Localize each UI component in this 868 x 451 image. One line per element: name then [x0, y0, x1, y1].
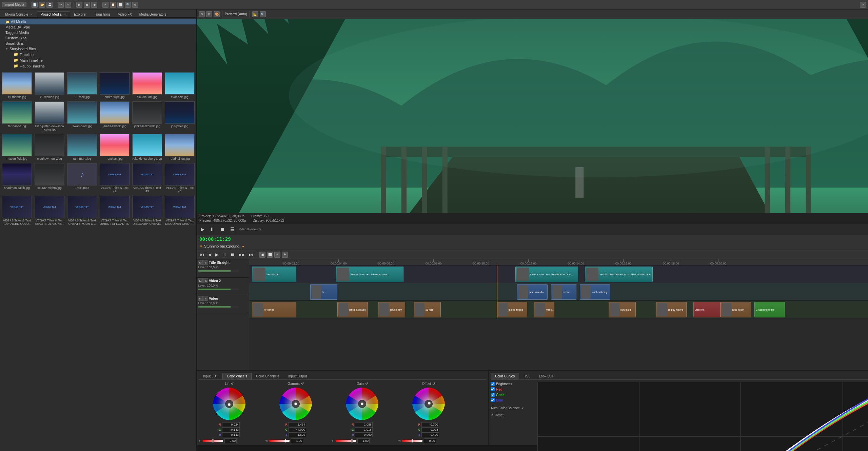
tl-stop-btn[interactable]: ⏹ — [229, 252, 236, 258]
preview-loop-btn[interactable]: ☰ — [229, 226, 236, 233]
media-item-15[interactable]: raychan.jpg — [99, 133, 130, 161]
offset-y-input[interactable] — [424, 438, 436, 443]
tl-forward-btn[interactable]: ▶▶ — [237, 252, 246, 258]
tl-back-btn[interactable]: ⏮ — [199, 252, 205, 258]
reset-row[interactable]: ↺ Reset — [491, 413, 535, 417]
media-item-7[interactable]: lilian-justen-de-vasconcelos.jpg — [34, 101, 65, 132]
gain-handle[interactable] — [361, 403, 363, 405]
media-item-25[interactable]: VEGAS T&TVEGAS Titles & Text BEAUTIFUL V… — [34, 195, 65, 226]
tab-color-wheels[interactable]: Color Wheels — [222, 373, 252, 379]
tab-color-curves[interactable]: Color Curves — [491, 373, 519, 379]
clip-v3-5[interactable]: james-zwadlo — [497, 302, 527, 317]
lift-r-input[interactable] — [222, 422, 240, 427]
tree-timeline[interactable]: 📁 Timeline — [0, 52, 196, 57]
clip-v2-3[interactable]: maso... — [551, 284, 576, 300]
gamma-reset-icon[interactable]: ↺ — [301, 382, 304, 386]
tab-media-generators[interactable]: Media Generators — [136, 11, 170, 17]
media-item-29[interactable]: VEGAS T&TVEGAS Titles & Text DISCOVER CR… — [164, 195, 195, 226]
gain-reset-icon[interactable]: ↺ — [365, 382, 368, 386]
tl-select-icon[interactable]: ⬜ — [267, 252, 273, 258]
media-item-0[interactable]: 19-friends.jpg — [1, 72, 33, 99]
clip-title-1[interactable]: VEGAS Titl... — [252, 267, 296, 282]
offset-r-input[interactable] — [421, 422, 439, 427]
help-icon[interactable]: ? — [860, 2, 866, 8]
select-icon[interactable]: ⬜ — [117, 2, 123, 8]
stop-icon[interactable]: ⏹ — [84, 2, 90, 8]
blue-check[interactable] — [491, 398, 495, 402]
track-content-area[interactable]: 00:00:02:00 00:00:04:00 00:00:06:00 00:0… — [249, 259, 868, 370]
offset-y-slider[interactable] — [402, 440, 422, 442]
gain-y-input[interactable] — [357, 438, 370, 443]
preview-stop-btn[interactable]: ⏹ — [219, 226, 226, 233]
brightness-check[interactable] — [491, 382, 495, 386]
media-item-24[interactable]: VEGAS T&TVEGAS Titles & Text ADVANCED CO… — [1, 195, 33, 226]
clip-v3-1[interactable]: fer-nando — [252, 302, 296, 317]
tab-mixing-console[interactable]: Mixing Console ✕ — [1, 11, 37, 17]
media-item-10[interactable]: janke-laskowski.jpg — [132, 101, 163, 132]
color-curve-graph[interactable] — [537, 382, 868, 451]
lift-g-input[interactable] — [222, 427, 240, 432]
undo-icon[interactable]: ↩ — [58, 2, 64, 8]
preview-play-btn[interactable]: ▶ — [199, 226, 206, 233]
clip-v3-8[interactable]: sourav-mishra — [656, 302, 687, 317]
clip-v3-7[interactable]: ram-maru — [609, 302, 636, 317]
tl-marker-icon[interactable]: ⚑ — [282, 252, 288, 258]
tab-explorer[interactable]: Explorer — [70, 11, 90, 17]
gamma-y-slider[interactable] — [269, 440, 290, 442]
zoom-icon[interactable]: 🔍 — [125, 2, 131, 8]
tree-storyboard-bins[interactable]: ▼ Storyboard Bins — [0, 46, 196, 52]
gamma-y-handle[interactable] — [285, 439, 286, 443]
clip-v3-4[interactable]: 21-rock — [414, 302, 441, 317]
track-3-mute[interactable]: M — [198, 296, 203, 301]
offset-y-handle[interactable] — [412, 439, 413, 443]
green-check[interactable] — [491, 393, 495, 397]
tree-smart-bins[interactable]: Smart Bins — [0, 41, 196, 46]
tab-look-lut[interactable]: Look LUT — [535, 373, 558, 379]
tree-main-timeline[interactable]: 📁 Main Timeline — [0, 57, 196, 63]
lift-y-input[interactable] — [224, 438, 237, 443]
tab-project-media[interactable]: Project Media ✕ — [37, 11, 70, 17]
track-1-mute[interactable]: M — [198, 260, 203, 265]
close-mixing-console[interactable]: ✕ — [31, 13, 33, 16]
copy-icon[interactable]: 📋 — [110, 2, 116, 8]
tl-end-btn[interactable]: ⏭ — [248, 252, 254, 258]
tl-play-btn[interactable]: ▶ — [214, 252, 220, 258]
media-item-14[interactable]: ram-maru.jpg — [66, 133, 98, 161]
tree-haupt-timeline[interactable]: 📁 Haupt-Timeline — [0, 63, 196, 69]
media-item-17[interactable]: ruud-luijten.jpg — [164, 133, 195, 161]
media-item-18[interactable]: shadman-sakib.jpg — [1, 162, 33, 194]
play-icon[interactable]: ▶ — [76, 2, 82, 8]
new-project-icon[interactable]: 📄 — [32, 2, 38, 8]
clip-title-2[interactable]: VEGAS Titles_Text Advanced color... — [336, 267, 403, 282]
media-item-21[interactable]: VEGAS T&TVEGAS Titles & Text 42 — [99, 162, 130, 194]
record-icon[interactable]: ⏺ — [91, 2, 97, 8]
track-2-fader[interactable] — [198, 289, 239, 290]
lift-y-handle[interactable] — [212, 439, 214, 443]
preview-color-icon[interactable]: 🎨 — [214, 11, 220, 17]
gain-g-input[interactable] — [355, 427, 373, 432]
track-2-solo[interactable]: S — [203, 278, 208, 283]
tree-all-media[interactable]: 📁 All Media — [0, 19, 196, 24]
clip-v3-6[interactable]: maso... — [534, 302, 554, 317]
media-item-5[interactable]: evor-cole.jpg — [164, 72, 195, 99]
media-item-20[interactable]: ♪Track.mp3 — [66, 162, 98, 194]
dropdown-arrow[interactable]: ▼ — [521, 407, 524, 410]
clip-v3-3[interactable]: claudia-lam — [378, 302, 405, 317]
tree-media-by-type[interactable]: Media By Type — [0, 24, 196, 30]
media-item-1[interactable]: 20-women.jpg — [34, 72, 65, 99]
media-item-19[interactable]: sourav-mishra.jpg — [34, 162, 65, 194]
red-check[interactable] — [491, 387, 495, 391]
lift-b-input[interactable] — [222, 432, 240, 437]
preview-mode-icon[interactable]: 📐 — [252, 11, 258, 17]
media-item-12[interactable]: mason-field.jpg — [1, 133, 33, 161]
track-1-solo[interactable]: S — [203, 260, 208, 265]
media-item-9[interactable]: james-zwadlo.jpg — [99, 101, 130, 132]
cut-icon[interactable]: ✂ — [102, 2, 108, 8]
clip-v2-4[interactable]: matthew-henry — [580, 284, 610, 300]
lift-reset-icon[interactable]: ↺ — [231, 382, 234, 386]
media-item-22[interactable]: VEGAS T&TVEGAS Titles & Text 43 — [132, 162, 163, 194]
tl-razor-icon[interactable]: ✂ — [274, 252, 280, 258]
track-2-mute[interactable]: M — [198, 278, 203, 283]
gain-y-slider[interactable] — [336, 440, 356, 442]
gain-y-handle[interactable] — [351, 439, 353, 443]
